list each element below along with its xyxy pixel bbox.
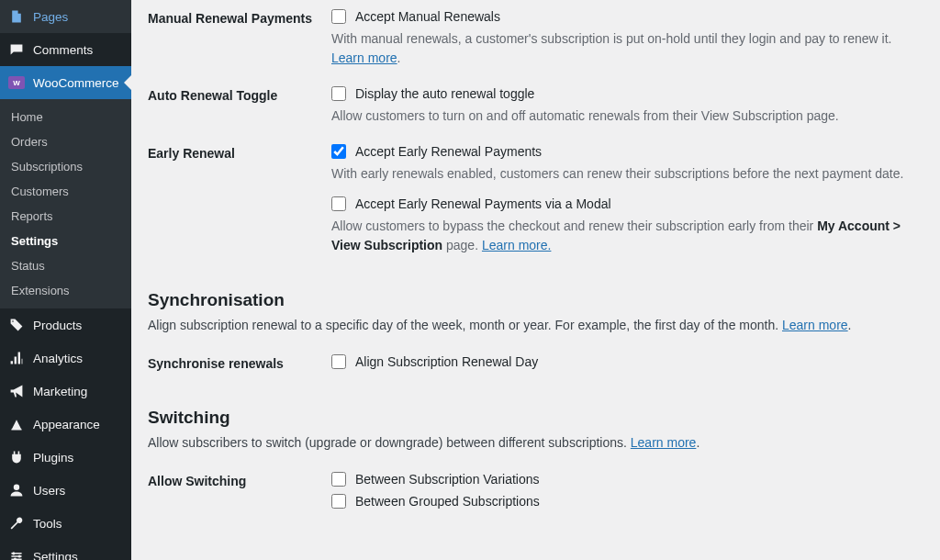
sidebar-item-label: WooCommerce <box>33 76 119 90</box>
svg-point-2 <box>18 554 21 557</box>
sync-learn-more-link[interactable]: Learn more <box>782 318 848 332</box>
manual-renewal-heading: Manual Renewal Payments <box>148 0 331 77</box>
accept-early-renewal-checkbox[interactable] <box>331 144 346 159</box>
pages-icon <box>7 7 26 26</box>
sub-item-status[interactable]: Status <box>0 253 131 278</box>
sidebar-item-label: Marketing <box>33 385 87 398</box>
accept-early-renewal-modal-checkbox[interactable] <box>331 196 346 211</box>
marketing-icon <box>7 382 26 400</box>
sidebar-item-products[interactable]: Products <box>0 308 131 342</box>
sidebar-item-label: Analytics <box>33 352 83 365</box>
sidebar-item-label: Tools <box>33 517 62 531</box>
sub-item-orders[interactable]: Orders <box>0 129 131 154</box>
accept-early-renewal-modal-label[interactable]: Accept Early Renewal Payments via a Moda… <box>355 196 611 211</box>
synchronisation-title: Synchronisation <box>148 290 922 310</box>
manual-renewal-learn-more-link[interactable]: Learn more <box>331 50 397 65</box>
analytics-icon <box>7 349 26 367</box>
auto-renewal-toggle-label[interactable]: Display the auto renewal toggle <box>355 86 534 101</box>
switching-title: Switching <box>148 408 922 428</box>
sub-item-home[interactable]: Home <box>0 105 131 129</box>
appearance-icon <box>7 415 26 433</box>
between-grouped-checkbox[interactable] <box>331 494 346 509</box>
sidebar-item-label: Settings <box>33 550 78 561</box>
between-grouped-label[interactable]: Between Grouped Subscriptions <box>355 494 540 509</box>
sidebar-item-users[interactable]: Users <box>0 474 131 507</box>
sidebar-item-label: Plugins <box>33 451 73 465</box>
synchronisation-description: Align subscription renewal to a specific… <box>148 318 922 332</box>
sidebar-item-label: Appearance <box>33 418 100 431</box>
auto-renewal-description: Allow customers to turn on and off autom… <box>331 106 912 126</box>
accept-manual-renewals-label[interactable]: Accept Manual Renewals <box>355 9 500 24</box>
auto-renewal-toggle-checkbox[interactable] <box>331 86 346 101</box>
early-renewal-modal-description: Allow customers to bypass the checkout a… <box>331 217 912 255</box>
sidebar-item-appearance[interactable]: Appearance <box>0 408 131 441</box>
woocommerce-submenu: Home Orders Subscriptions Customers Repo… <box>0 99 131 308</box>
sub-item-subscriptions[interactable]: Subscriptions <box>0 154 131 179</box>
switching-learn-more-link[interactable]: Learn more <box>631 435 697 450</box>
woocommerce-icon: W <box>7 73 26 92</box>
accept-manual-renewals-checkbox[interactable] <box>331 9 346 24</box>
sidebar-item-marketing[interactable]: Marketing <box>0 375 131 408</box>
sidebar-item-settings[interactable]: Settings <box>0 540 131 560</box>
sidebar-item-label: Pages <box>33 10 68 24</box>
svg-point-0 <box>14 485 19 490</box>
users-icon <box>7 481 26 499</box>
auto-renewal-heading: Auto Renewal Toggle <box>148 77 331 135</box>
synchronise-renewals-heading: Synchronise renewals <box>148 345 331 382</box>
sidebar-item-pages[interactable]: Pages <box>0 0 131 33</box>
sub-item-extensions[interactable]: Extensions <box>0 278 131 303</box>
between-variations-label[interactable]: Between Subscription Variations <box>355 472 540 487</box>
sidebar-item-analytics[interactable]: Analytics <box>0 342 131 375</box>
sidebar-item-label: Comments <box>33 43 93 57</box>
allow-switching-heading: Allow Switching <box>148 463 331 521</box>
sidebar-item-label: Users <box>33 484 65 498</box>
sidebar-item-plugins[interactable]: Plugins <box>0 441 131 474</box>
sub-item-customers[interactable]: Customers <box>0 179 131 204</box>
svg-point-1 <box>12 552 15 554</box>
sub-item-reports[interactable]: Reports <box>0 204 131 229</box>
sub-item-settings[interactable]: Settings <box>0 229 131 253</box>
align-renewal-day-checkbox[interactable] <box>331 354 346 369</box>
products-icon <box>7 316 26 334</box>
early-renewal-description: With early renewals enabled, customers c… <box>331 164 912 184</box>
accept-early-renewal-label[interactable]: Accept Early Renewal Payments <box>355 144 542 159</box>
tools-icon <box>7 514 26 532</box>
switching-description: Allow subscribers to switch (upgrade or … <box>148 435 922 450</box>
comments-icon <box>7 40 26 59</box>
sidebar-item-comments[interactable]: Comments <box>0 33 131 66</box>
early-renewal-heading: Early Renewal <box>148 135 331 264</box>
settings-icon <box>7 547 26 560</box>
sidebar-item-tools[interactable]: Tools <box>0 507 131 540</box>
plugins-icon <box>7 448 26 466</box>
sidebar-item-label: Products <box>33 319 82 332</box>
early-renewal-learn-more-link[interactable]: Learn more. <box>482 238 551 252</box>
align-renewal-day-label[interactable]: Align Subscription Renewal Day <box>355 354 538 369</box>
settings-content: Manual Renewal Payments Accept Manual Re… <box>131 0 940 560</box>
manual-renewal-description: With manual renewals, a customer's subsc… <box>331 29 912 68</box>
between-variations-checkbox[interactable] <box>331 472 346 487</box>
sidebar-item-woocommerce[interactable]: W WooCommerce <box>0 66 131 99</box>
admin-sidebar: Pages Comments W WooCommerce Home Orders… <box>0 0 131 560</box>
